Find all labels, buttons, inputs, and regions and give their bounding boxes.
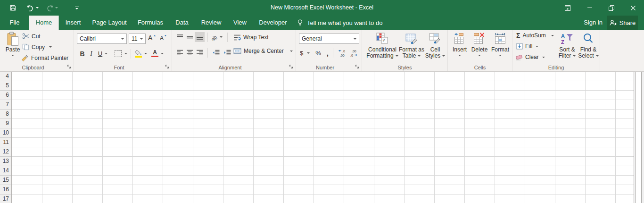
decrease-decimal-button[interactable]: .00.0 bbox=[349, 49, 358, 57]
number-format-combo[interactable]: General bbox=[299, 34, 359, 44]
fill-color-dropdown[interactable] bbox=[144, 53, 147, 54]
autosum-button[interactable]: Σ AutoSum bbox=[516, 32, 554, 39]
redo-dropdown[interactable] bbox=[54, 0, 59, 16]
font-format-row: B I U A bbox=[78, 49, 164, 59]
copy-button[interactable]: Copy bbox=[22, 43, 52, 51]
redo-button[interactable] bbox=[45, 0, 55, 16]
save-button[interactable] bbox=[7, 0, 19, 16]
row-header[interactable]: 5 bbox=[0, 81, 11, 91]
format-cells-button[interactable]: Format bbox=[490, 31, 511, 56]
decrease-decimal-icon: .00.0 bbox=[349, 49, 358, 57]
row-header[interactable]: 9 bbox=[0, 119, 11, 128]
tab-file[interactable]: File bbox=[3, 16, 26, 30]
orientation-button[interactable]: ab bbox=[211, 34, 223, 41]
tab-developer[interactable]: Developer bbox=[252, 16, 293, 30]
align-center-button[interactable] bbox=[185, 48, 195, 58]
tab-view[interactable]: View bbox=[227, 16, 253, 30]
accounting-format-button[interactable]: $ bbox=[300, 50, 310, 57]
find-select-button[interactable]: Find & Select bbox=[578, 31, 599, 59]
scrollbar-thumb[interactable] bbox=[635, 72, 642, 203]
tell-me-box[interactable]: Tell me what you want to do bbox=[297, 16, 382, 30]
cell-styles-button[interactable]: Cell Styles bbox=[425, 31, 446, 59]
group-label-cells: Cells bbox=[448, 65, 512, 70]
increase-decimal-button[interactable]: .0.00 bbox=[338, 49, 347, 57]
cells-area[interactable] bbox=[12, 72, 634, 203]
font-color-button[interactable]: A bbox=[151, 50, 158, 58]
vertical-scrollbar[interactable] bbox=[634, 72, 644, 203]
row-header[interactable]: 13 bbox=[0, 157, 11, 166]
format-painter-button[interactable]: Format Painter bbox=[21, 54, 68, 62]
fill-button[interactable]: Fill bbox=[516, 43, 538, 50]
paste-button[interactable]: Paste bbox=[3, 31, 23, 56]
chevron-down-icon bbox=[290, 51, 293, 52]
clipboard-dialog-launcher[interactable] bbox=[67, 65, 72, 69]
borders-button[interactable] bbox=[115, 50, 122, 57]
font-name-combo[interactable]: Calibri bbox=[77, 34, 127, 44]
tab-home[interactable]: Home bbox=[29, 16, 59, 30]
row-header[interactable]: 17 bbox=[0, 195, 11, 203]
borders-dropdown[interactable] bbox=[124, 53, 127, 54]
percent-style-button[interactable]: % bbox=[315, 50, 321, 57]
customize-qat-button[interactable] bbox=[72, 0, 82, 16]
share-button[interactable]: Share bbox=[607, 16, 638, 30]
tab-data[interactable]: Data bbox=[169, 16, 195, 30]
font-color-dropdown[interactable] bbox=[161, 53, 164, 54]
worksheet-grid[interactable]: 4567891011121314151617 bbox=[0, 72, 634, 203]
wrap-text-button[interactable]: Wrap Text bbox=[233, 34, 269, 41]
row-header[interactable]: 14 bbox=[0, 166, 11, 176]
close-button[interactable] bbox=[625, 0, 641, 16]
align-left-button[interactable] bbox=[175, 48, 185, 58]
increase-decimal-icon: .0.00 bbox=[338, 49, 347, 57]
row-header[interactable]: 10 bbox=[0, 128, 11, 138]
row-header[interactable]: 8 bbox=[0, 110, 11, 119]
clear-button[interactable]: Clear bbox=[515, 54, 545, 60]
decrease-font-button[interactable]: A bbox=[160, 34, 167, 41]
row-header[interactable]: 15 bbox=[0, 176, 11, 185]
align-bottom-button[interactable] bbox=[195, 32, 205, 42]
fill-label: Fill bbox=[525, 43, 532, 50]
minimize-button[interactable] bbox=[582, 0, 598, 16]
align-middle-button[interactable] bbox=[185, 32, 195, 42]
fill-color-button[interactable] bbox=[134, 50, 142, 58]
merge-center-button[interactable]: Merge & Center bbox=[233, 48, 293, 54]
tab-insert[interactable]: Insert bbox=[59, 16, 88, 30]
row-header[interactable]: 7 bbox=[0, 100, 11, 110]
font-dialog-launcher[interactable] bbox=[165, 65, 170, 69]
sort-filter-button[interactable]: AZ Sort & Filter bbox=[556, 31, 578, 59]
font-size-combo[interactable]: 11 bbox=[129, 34, 146, 44]
delete-cells-button[interactable]: Delete bbox=[470, 31, 489, 56]
bold-button[interactable]: B bbox=[78, 49, 87, 59]
ribbon-display-options-button[interactable] bbox=[560, 0, 576, 16]
row-header[interactable]: 12 bbox=[0, 147, 11, 157]
sign-in-button[interactable]: Sign in bbox=[584, 16, 603, 30]
row-header[interactable]: 16 bbox=[0, 185, 11, 195]
comma-style-button[interactable]: , bbox=[327, 49, 329, 57]
row-header[interactable]: 11 bbox=[0, 138, 11, 147]
decrease-indent-button[interactable] bbox=[211, 48, 221, 58]
italic-button[interactable]: I bbox=[87, 49, 96, 59]
tab-page-layout[interactable]: Page Layout bbox=[85, 16, 133, 30]
insert-cells-button[interactable]: Insert bbox=[450, 31, 469, 56]
underline-button[interactable]: U bbox=[96, 49, 105, 59]
increase-indent-button[interactable] bbox=[222, 48, 232, 58]
undo-button[interactable] bbox=[25, 0, 35, 16]
number-dialog-launcher[interactable] bbox=[355, 65, 360, 69]
underline-dropdown[interactable] bbox=[105, 53, 107, 54]
format-as-table-button[interactable]: Format as Table bbox=[398, 31, 425, 59]
conditional-formatting-button[interactable]: ≠ Conditional Formatting bbox=[364, 31, 400, 59]
cut-button[interactable]: Cut bbox=[22, 33, 41, 40]
increase-font-button[interactable]: A bbox=[148, 34, 156, 41]
row-header[interactable]: 4 bbox=[0, 72, 11, 81]
align-right-button[interactable] bbox=[195, 48, 205, 58]
align-top-button[interactable] bbox=[175, 32, 185, 42]
row-header[interactable]: 6 bbox=[0, 91, 11, 100]
restore-button[interactable] bbox=[603, 0, 619, 16]
alignment-dialog-launcher[interactable] bbox=[289, 65, 294, 69]
tab-formulas[interactable]: Formulas bbox=[131, 16, 170, 30]
chevron-down-icon bbox=[596, 55, 599, 57]
number-row: $ % , .0.00 .00.0 bbox=[300, 48, 358, 58]
tab-review[interactable]: Review bbox=[195, 16, 228, 30]
undo-dropdown[interactable] bbox=[35, 0, 40, 16]
paste-label: Paste bbox=[6, 47, 20, 53]
svg-text:A: A bbox=[148, 34, 153, 41]
